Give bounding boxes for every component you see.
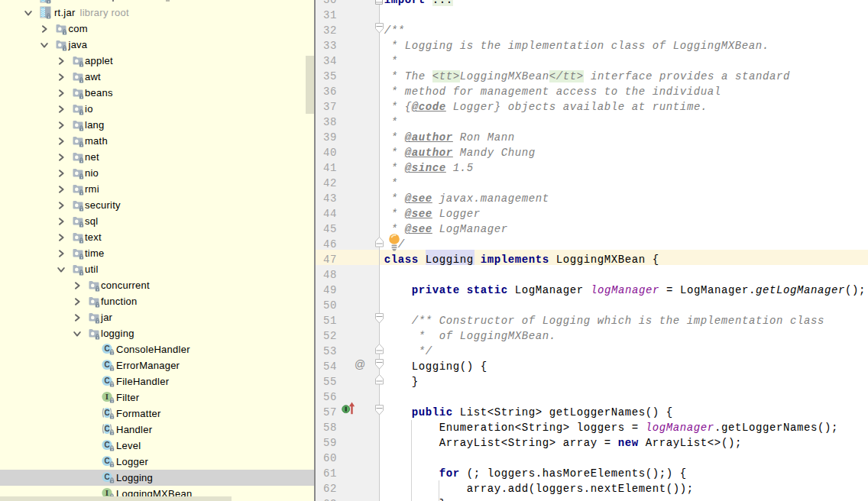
svg-text:I: I	[105, 392, 108, 401]
